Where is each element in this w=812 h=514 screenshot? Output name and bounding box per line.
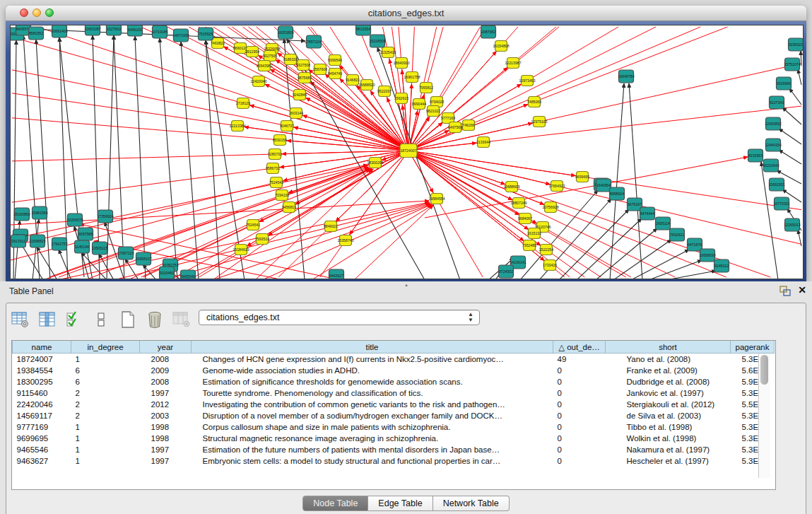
table-row[interactable]: 1872400712008Changes of HCN gene express… [13, 354, 775, 366]
column-header-pagerank[interactable]: pagerank [731, 341, 775, 354]
graph-node-label: 7515526 [199, 32, 213, 36]
table-cell: Structural magnetic resonance image aver… [192, 433, 553, 444]
graph-node-label: 20691406 [51, 29, 67, 33]
black-edge [577, 218, 642, 279]
graph-node-label: 8454749 [328, 71, 342, 76]
column-header-short[interactable]: short [606, 341, 731, 354]
column-header-year[interactable]: year [140, 341, 192, 354]
table-cell: Genome-wide association studies in ADHD. [192, 365, 553, 376]
table-cell: Disruption of a novel member of a sodium… [192, 410, 553, 421]
graph-node-label: 16053809 [277, 30, 293, 35]
trash-icon [146, 310, 163, 329]
tab-node-table[interactable]: Node Table [302, 496, 368, 511]
table-row[interactable]: 911546021997Tourette syndrome. Phenomeno… [13, 387, 775, 399]
table-row[interactable]: 1456911722003Disruption of a novel membe… [13, 410, 775, 421]
table-row[interactable]: 1938455462009Genome-wide association stu… [13, 365, 775, 376]
graph-node-label: 9329966 [777, 81, 791, 86]
graph-node-label: 1527602 [107, 27, 121, 31]
graph-node-label: 18807249 [510, 201, 526, 205]
graph-node-label: 16154808 [493, 44, 509, 48]
graph-node-label: 17359924 [97, 214, 113, 218]
table-row[interactable]: 946362711997Embryonic stem cells: a mode… [13, 455, 775, 467]
table-row[interactable]: 977716911998Corpus callosum shape and si… [13, 421, 775, 433]
application-window: citations_edges.txt 74638228660128391295… [0, 0, 812, 514]
red-edge-arrow [340, 78, 408, 151]
graph-node-label: 6471676 [688, 243, 702, 247]
new-table-button[interactable] [118, 310, 138, 329]
graph-node-label: 9724502 [499, 269, 513, 274]
table-cell: Dudbridge et al. (2008) [606, 376, 731, 387]
table-tabs: Node TableEdge TableNetwork Table [6, 496, 806, 511]
row-options-button[interactable] [91, 310, 111, 329]
table-cell: 0 [553, 433, 606, 444]
black-edge [631, 250, 689, 279]
show-columns-button[interactable] [37, 310, 57, 329]
black-edge [181, 42, 199, 279]
vertical-scrollbar[interactable] [758, 354, 770, 478]
table-cell: Hescheler et al. (1997) [606, 455, 731, 467]
table-panel-frame: f(x) citations_edges.txt ▲▼ namein_degre… [6, 303, 806, 514]
column-header-out_de[interactable]: △ out_de… [553, 341, 606, 354]
network-frame: 7463822866012839129541522605893275058186… [6, 21, 806, 281]
close-panel-icon[interactable]: ✕ [797, 285, 807, 296]
column-header-title[interactable]: title [192, 341, 553, 354]
graph-node-label: 7352485 [522, 243, 536, 247]
table-cell: 2 [71, 387, 140, 399]
graph-node-label: 9875685 [298, 76, 312, 80]
column-header-name[interactable]: name [13, 341, 71, 354]
select-all-button[interactable] [64, 310, 84, 329]
graph-node-label: 12265013 [784, 223, 800, 227]
table-selector-dropdown[interactable]: citations_edges.txt ▲▼ [199, 310, 480, 325]
black-edge [99, 254, 114, 279]
graph-node-label: 12213384 [229, 124, 245, 128]
float-panel-icon[interactable] [779, 286, 791, 296]
graph-node-label: 8581552 [29, 31, 43, 35]
table-row[interactable]: 2242004622012Investigating the contribut… [13, 399, 775, 410]
graph-node-label: 17942757 [51, 242, 67, 246]
graph-node-label: 8530156 [273, 138, 287, 142]
graph-node-label: 6466100 [128, 28, 142, 32]
tab-network-table[interactable]: Network Table [433, 496, 510, 511]
table-cell: Corpus callosum shape and size in male p… [192, 421, 553, 433]
graph-node-label: 9227343 [770, 100, 784, 105]
graph-node-label: 2603144 [289, 111, 303, 115]
graph-node-label: 12975105 [531, 119, 547, 124]
graph-node-label: 18724007 [400, 148, 416, 153]
graph-node-label: 18300295 [367, 160, 383, 165]
graph-node-label: 1145194 [75, 245, 89, 249]
graph-node-label: 9522037 [377, 89, 392, 93]
table-cell: Investigating the contribution of common… [192, 399, 553, 410]
graph-node-label: 8958924 [610, 192, 624, 196]
splitter-handle-icon[interactable]: ▴ [403, 283, 410, 286]
column-header-in_degree[interactable]: in_degree [71, 341, 140, 354]
graph-node-label: 9586731 [266, 166, 280, 170]
table-panel-header: ▴ Table Panel ✕ [0, 281, 812, 300]
graph-node-label: 7334130 [275, 193, 289, 197]
import-table-button-disabled[interactable] [172, 310, 192, 329]
window-titlebar[interactable]: citations_edges.txt [6, 6, 806, 21]
table-row[interactable]: 1830029562008Estimation of significance … [13, 376, 775, 387]
table-cell: 2008 [140, 354, 192, 366]
black-edge [613, 240, 671, 279]
scrollbar-thumb[interactable] [760, 355, 768, 385]
graph-node-label: 10719185 [151, 30, 167, 34]
graph-node-label: 8849021 [324, 224, 338, 228]
table-cell: 0 [553, 444, 606, 455]
table-settings-button[interactable] [11, 310, 30, 329]
citation-graph: 7463822866012839129541522605893275058186… [11, 25, 803, 279]
table-columns-icon [38, 311, 57, 328]
tab-edge-table[interactable]: Edge Table [368, 496, 433, 511]
table-row[interactable]: 969969511998Structural magnetic resonanc… [13, 433, 775, 444]
graph-node-label: 2133644 [476, 140, 490, 144]
table-panel: ▴ Table Panel ✕ [0, 281, 812, 514]
graph-node-label: 9463627 [329, 274, 343, 278]
table-row[interactable]: 946554611997Estimation of the future num… [13, 444, 775, 455]
delete-table-button[interactable] [145, 310, 165, 329]
table-cell: 9115460 [13, 387, 71, 399]
graph-node-label: 15218506 [369, 39, 385, 43]
graph-node-label: 7524541 [246, 223, 260, 227]
graph-node-label: 25160850 [13, 212, 30, 216]
graph-node-label: 15184619 [233, 247, 249, 252]
black-edge [377, 47, 460, 279]
network-canvas[interactable]: 7463822866012839129541522605893275058186… [10, 25, 804, 279]
